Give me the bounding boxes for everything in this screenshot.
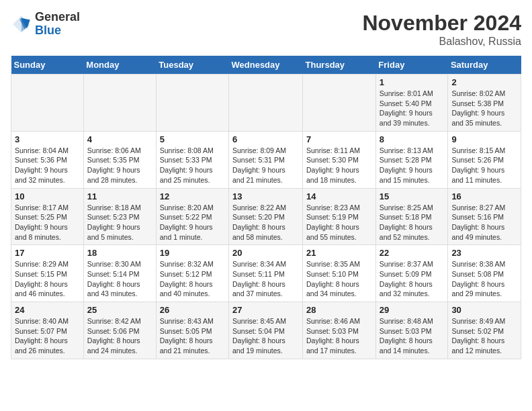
calendar-week-row: 24Sunrise: 8:40 AM Sunset: 5:07 PM Dayli…: [11, 302, 521, 359]
day-number: 26: [160, 305, 225, 315]
day-info: Sunrise: 8:46 AM Sunset: 5:03 PM Dayligh…: [306, 316, 372, 356]
day-info: Sunrise: 8:04 AM Sunset: 5:36 PM Dayligh…: [15, 146, 80, 185]
day-info: Sunrise: 8:17 AM Sunset: 5:25 PM Dayligh…: [15, 203, 80, 242]
day-number: 11: [87, 191, 152, 201]
calendar-table: SundayMondayTuesdayWednesdayThursdayFrid…: [11, 56, 521, 359]
day-number: 29: [380, 305, 445, 315]
day-info: Sunrise: 8:02 AM Sunset: 5:38 PM Dayligh…: [451, 89, 517, 128]
logo-icon: [11, 13, 32, 35]
day-number: 12: [160, 191, 225, 201]
day-info: Sunrise: 8:34 AM Sunset: 5:11 PM Dayligh…: [232, 259, 299, 299]
weekday-header-wednesday: Wednesday: [229, 56, 303, 75]
calendar-cell: 9Sunrise: 8:15 AM Sunset: 5:26 PM Daylig…: [448, 131, 521, 188]
month-year-title: November 2024: [362, 11, 521, 36]
weekday-header-thursday: Thursday: [303, 56, 376, 75]
calendar-week-row: 1Sunrise: 8:01 AM Sunset: 5:40 PM Daylig…: [11, 75, 521, 132]
day-number: 28: [306, 305, 372, 315]
day-number: 10: [15, 191, 80, 201]
day-info: Sunrise: 8:43 AM Sunset: 5:05 PM Dayligh…: [160, 316, 225, 356]
calendar-cell: 6Sunrise: 8:09 AM Sunset: 5:31 PM Daylig…: [229, 131, 303, 188]
day-info: Sunrise: 8:15 AM Sunset: 5:26 PM Dayligh…: [451, 146, 517, 185]
day-info: Sunrise: 8:32 AM Sunset: 5:12 PM Dayligh…: [160, 259, 225, 299]
calendar-cell: 18Sunrise: 8:30 AM Sunset: 5:14 PM Dayli…: [83, 245, 156, 302]
calendar-cell: 5Sunrise: 8:08 AM Sunset: 5:33 PM Daylig…: [156, 131, 228, 188]
calendar-cell: 17Sunrise: 8:29 AM Sunset: 5:15 PM Dayli…: [11, 245, 84, 302]
weekday-header-monday: Monday: [83, 56, 156, 75]
day-number: 19: [160, 248, 225, 258]
day-info: Sunrise: 8:25 AM Sunset: 5:18 PM Dayligh…: [380, 203, 445, 242]
day-number: 14: [306, 191, 372, 201]
day-number: 9: [451, 134, 517, 144]
day-number: 6: [232, 134, 299, 144]
calendar-cell: 19Sunrise: 8:32 AM Sunset: 5:12 PM Dayli…: [156, 245, 228, 302]
calendar-cell: [229, 75, 303, 132]
calendar-cell: 2Sunrise: 8:02 AM Sunset: 5:38 PM Daylig…: [448, 75, 521, 132]
day-number: 4: [87, 134, 152, 144]
calendar-cell: 11Sunrise: 8:18 AM Sunset: 5:23 PM Dayli…: [83, 188, 156, 245]
day-number: 1: [380, 77, 445, 87]
calendar-cell: 15Sunrise: 8:25 AM Sunset: 5:18 PM Dayli…: [375, 188, 448, 245]
day-info: Sunrise: 8:37 AM Sunset: 5:09 PM Dayligh…: [380, 259, 445, 299]
day-number: 3: [15, 134, 80, 144]
calendar-cell: [156, 75, 228, 132]
weekday-header-row: SundayMondayTuesdayWednesdayThursdayFrid…: [11, 56, 521, 75]
day-info: Sunrise: 8:23 AM Sunset: 5:19 PM Dayligh…: [306, 203, 372, 242]
logo-text: General Blue: [35, 11, 80, 38]
weekday-header-friday: Friday: [375, 56, 448, 75]
calendar-week-row: 3Sunrise: 8:04 AM Sunset: 5:36 PM Daylig…: [11, 131, 521, 188]
day-info: Sunrise: 8:38 AM Sunset: 5:08 PM Dayligh…: [451, 259, 517, 299]
calendar-cell: 21Sunrise: 8:35 AM Sunset: 5:10 PM Dayli…: [303, 245, 376, 302]
day-number: 21: [306, 248, 372, 258]
day-number: 25: [87, 305, 152, 315]
calendar-cell: 26Sunrise: 8:43 AM Sunset: 5:05 PM Dayli…: [156, 302, 228, 359]
day-number: 30: [451, 305, 517, 315]
calendar-cell: 10Sunrise: 8:17 AM Sunset: 5:25 PM Dayli…: [11, 188, 84, 245]
logo: General Blue: [11, 11, 80, 38]
day-info: Sunrise: 8:40 AM Sunset: 5:07 PM Dayligh…: [15, 316, 80, 356]
calendar-cell: 20Sunrise: 8:34 AM Sunset: 5:11 PM Dayli…: [229, 245, 303, 302]
day-info: Sunrise: 8:11 AM Sunset: 5:30 PM Dayligh…: [306, 146, 372, 185]
day-info: Sunrise: 8:22 AM Sunset: 5:20 PM Dayligh…: [232, 203, 299, 242]
day-info: Sunrise: 8:20 AM Sunset: 5:22 PM Dayligh…: [160, 203, 225, 242]
calendar-cell: 25Sunrise: 8:42 AM Sunset: 5:06 PM Dayli…: [83, 302, 156, 359]
day-number: 27: [232, 305, 299, 315]
day-info: Sunrise: 8:49 AM Sunset: 5:02 PM Dayligh…: [451, 316, 517, 356]
calendar-header: SundayMondayTuesdayWednesdayThursdayFrid…: [11, 56, 521, 75]
day-info: Sunrise: 8:18 AM Sunset: 5:23 PM Dayligh…: [87, 203, 152, 242]
day-info: Sunrise: 8:48 AM Sunset: 5:03 PM Dayligh…: [380, 316, 445, 356]
calendar-cell: 27Sunrise: 8:45 AM Sunset: 5:04 PM Dayli…: [229, 302, 303, 359]
day-number: 24: [15, 305, 80, 315]
calendar-cell: 7Sunrise: 8:11 AM Sunset: 5:30 PM Daylig…: [303, 131, 376, 188]
day-info: Sunrise: 8:08 AM Sunset: 5:33 PM Dayligh…: [160, 146, 225, 185]
day-info: Sunrise: 8:27 AM Sunset: 5:16 PM Dayligh…: [451, 203, 517, 242]
day-number: 20: [232, 248, 299, 258]
calendar-cell: [303, 75, 376, 132]
calendar-cell: 24Sunrise: 8:40 AM Sunset: 5:07 PM Dayli…: [11, 302, 84, 359]
day-number: 16: [451, 191, 517, 201]
day-number: 23: [451, 248, 517, 258]
title-section: November 2024 Balashov, Russia: [362, 11, 521, 48]
day-number: 7: [306, 134, 372, 144]
day-info: Sunrise: 8:42 AM Sunset: 5:06 PM Dayligh…: [87, 316, 152, 356]
day-number: 13: [232, 191, 299, 201]
calendar-cell: 4Sunrise: 8:06 AM Sunset: 5:35 PM Daylig…: [83, 131, 156, 188]
calendar-week-row: 17Sunrise: 8:29 AM Sunset: 5:15 PM Dayli…: [11, 245, 521, 302]
weekday-header-saturday: Saturday: [448, 56, 521, 75]
day-number: 17: [15, 248, 80, 258]
calendar-cell: 12Sunrise: 8:20 AM Sunset: 5:22 PM Dayli…: [156, 188, 228, 245]
calendar-cell: 29Sunrise: 8:48 AM Sunset: 5:03 PM Dayli…: [375, 302, 448, 359]
day-info: Sunrise: 8:35 AM Sunset: 5:10 PM Dayligh…: [306, 259, 372, 299]
calendar-cell: 8Sunrise: 8:13 AM Sunset: 5:28 PM Daylig…: [375, 131, 448, 188]
calendar-cell: [11, 75, 84, 132]
calendar-cell: 28Sunrise: 8:46 AM Sunset: 5:03 PM Dayli…: [303, 302, 376, 359]
page-header: General Blue November 2024 Balashov, Rus…: [11, 11, 521, 48]
day-info: Sunrise: 8:01 AM Sunset: 5:40 PM Dayligh…: [380, 89, 445, 128]
day-info: Sunrise: 8:29 AM Sunset: 5:15 PM Dayligh…: [15, 259, 80, 299]
weekday-header-sunday: Sunday: [11, 56, 84, 75]
calendar-cell: [83, 75, 156, 132]
day-number: 18: [87, 248, 152, 258]
day-info: Sunrise: 8:30 AM Sunset: 5:14 PM Dayligh…: [87, 259, 152, 299]
calendar-body: 1Sunrise: 8:01 AM Sunset: 5:40 PM Daylig…: [11, 75, 521, 359]
calendar-cell: 23Sunrise: 8:38 AM Sunset: 5:08 PM Dayli…: [448, 245, 521, 302]
calendar-week-row: 10Sunrise: 8:17 AM Sunset: 5:25 PM Dayli…: [11, 188, 521, 245]
